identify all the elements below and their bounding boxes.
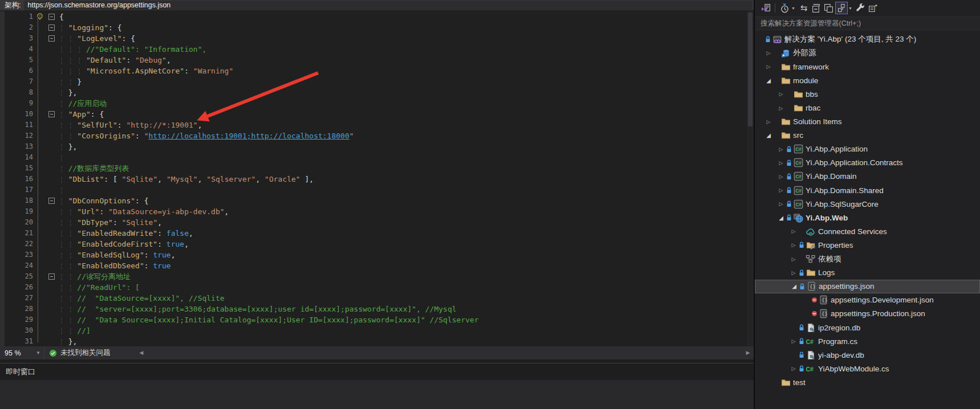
- code-line[interactable]: 24¦ ¦ "EnabledDbSeed": true: [5, 260, 746, 271]
- breakpoint-margin[interactable]: [0, 11, 5, 346]
- expander-collapsed-icon[interactable]: ▷: [765, 119, 772, 125]
- code-line[interactable]: 9¦ //应用启动: [5, 98, 746, 109]
- expander-collapsed-icon[interactable]: ▷: [765, 50, 772, 56]
- expander-collapsed-icon[interactable]: ▷: [790, 228, 798, 234]
- view-scope-selector-icon[interactable]: [835, 2, 848, 14]
- code-line[interactable]: 21¦ ¦ "EnabledReadWrite": false,: [5, 228, 746, 239]
- expander-collapsed-icon[interactable]: ▷: [765, 64, 772, 69]
- code-line[interactable]: 31¦ },: [5, 336, 746, 347]
- code-line[interactable]: 23¦ ¦ "EnabledSqlLog": true,: [5, 250, 746, 260]
- fold-marker[interactable]: −: [48, 35, 55, 42]
- expander-collapsed-icon[interactable]: ▷: [777, 146, 785, 152]
- tree-item-yi.abp.domain[interactable]: ▷C#Yi.Abp.Domain: [755, 170, 980, 183]
- tree-item-yi.abp.web[interactable]: ◢Yi.Abp.Web: [755, 211, 980, 224]
- tree-item-connected-services[interactable]: ▷Connected Services: [755, 224, 980, 238]
- expander-collapsed-icon[interactable]: ▷: [777, 160, 785, 166]
- code-line[interactable]: 19¦ ¦ "Url": "DataSource=yi-abp-dev.db",: [5, 206, 746, 217]
- expander-collapsed-icon[interactable]: ▷: [790, 366, 798, 371]
- tree-item-bbs[interactable]: ▷bbs: [755, 87, 980, 101]
- tree-item-yi.abp.domain.shared[interactable]: ▷C#Yi.Abp.Domain.Shared: [755, 183, 980, 197]
- code-line[interactable]: 25−¦ ¦ //读写分离地址: [5, 271, 746, 282]
- code-line[interactable]: 8¦ },: [5, 87, 746, 98]
- tree-item-yi.abp.application[interactable]: ▷C#Yi.Abp.Application: [755, 142, 980, 156]
- code-lines[interactable]: 1−{2−¦ "Logging": {3−¦ ¦ "LogLevel": {4¦…: [5, 11, 746, 347]
- collapse-all-icon[interactable]: [810, 2, 823, 14]
- code-line[interactable]: 30¦ ¦ //]: [5, 325, 746, 336]
- tree-item--[interactable]: ▷外部源: [755, 46, 980, 60]
- fold-marker[interactable]: −: [48, 198, 55, 204]
- tree-item-appsettings.production.json[interactable]: {}appsettings.Production.json: [755, 307, 980, 321]
- expander-collapsed-icon[interactable]: ▷: [790, 270, 798, 276]
- code-line[interactable]: 10−¦ "App": {: [5, 109, 746, 120]
- code-line[interactable]: 16¦ "DbList": [ "Sqlite", "Mysql", "Sqls…: [5, 174, 746, 185]
- code-line[interactable]: 12¦ ¦ "CorsOrigins": "http://localhost:1…: [5, 130, 746, 141]
- code-line[interactable]: 5¦ ¦ ¦ "Default": "Debug",: [5, 55, 746, 66]
- expander-collapsed-icon[interactable]: ▷: [777, 201, 785, 207]
- tree-item-appsettings.json[interactable]: ◢{}appsettings.json: [755, 280, 980, 293]
- tree-item--[interactable]: ▷依赖项: [755, 252, 980, 266]
- scroll-right-icon[interactable]: ▶: [743, 346, 753, 359]
- code-line[interactable]: 27¦ ¦ // "DataSource=[xxxx]", //Sqlite: [5, 293, 746, 304]
- code-line[interactable]: 4¦ ¦ ¦ //"Default": "Information",: [5, 44, 746, 55]
- code-line[interactable]: 1−{: [5, 11, 746, 22]
- expander-collapsed-icon[interactable]: ▷: [790, 338, 798, 344]
- expander-collapsed-icon[interactable]: ▷: [777, 187, 785, 193]
- code-line[interactable]: 18−¦ "DbConnOptions": {: [5, 195, 746, 206]
- tree-item-test[interactable]: test: [755, 375, 980, 389]
- code-line[interactable]: 6¦ ¦ ¦ "Microsoft.AspNetCore": "Warning": [5, 66, 746, 76]
- expander-collapsed-icon[interactable]: ▷: [777, 174, 785, 179]
- code-line[interactable]: 14¦: [5, 152, 746, 163]
- code-line[interactable]: 3−¦ ¦ "LogLevel": {: [5, 33, 746, 44]
- schema-url-combo[interactable]: https://json.schemastore.org/appsettings…: [24, 1, 753, 10]
- code-line[interactable]: 15¦ //数据库类型列表: [5, 163, 746, 174]
- expander-collapsed-icon[interactable]: ▷: [790, 256, 798, 262]
- preview-selected-items-icon[interactable]: [867, 2, 880, 14]
- tree-item-yiabpwebmodule.cs[interactable]: ▷C#YiAbpWebModule.cs: [755, 362, 980, 375]
- code-line[interactable]: 11¦ ¦ "SelfUrl": "http://*:19001",: [5, 120, 746, 130]
- zoom-level-selector[interactable]: 95 % ▼: [0, 346, 44, 359]
- tree-item-yi.abp.sqlsugarcore[interactable]: ▷C#Yi.Abp.SqlSugarCore: [755, 197, 980, 211]
- expander-expanded-icon[interactable]: ◢: [765, 77, 772, 84]
- tree-item-program.cs[interactable]: ▷C#Program.cs: [755, 334, 980, 348]
- fold-marker[interactable]: −: [48, 14, 55, 20]
- tree-item-solution-items[interactable]: ▷Solution Items: [755, 115, 980, 129]
- pending-changes-filter-icon[interactable]: [778, 2, 791, 14]
- immediate-window-content[interactable]: [0, 380, 754, 409]
- fold-marker[interactable]: −: [48, 273, 55, 280]
- code-line[interactable]: 20¦ ¦ "DbType": "Sqlite",: [5, 217, 746, 228]
- scroll-left-icon[interactable]: ◀: [137, 346, 146, 359]
- expander-expanded-icon[interactable]: ◢: [790, 283, 798, 289]
- code-line[interactable]: 28¦ ¦ // "server=[xxxx];port=3306;databa…: [5, 304, 746, 314]
- lightbulb-icon[interactable]: [35, 13, 44, 22]
- tree-item-src[interactable]: ◢src: [755, 129, 980, 142]
- fold-marker[interactable]: −: [48, 24, 55, 31]
- tree-item-yi.abp.application.contracts[interactable]: ▷C#Yi.Abp.Application.Contracts: [755, 156, 980, 170]
- code-line[interactable]: 7¦ ¦ }: [5, 76, 746, 87]
- code-line[interactable]: 26¦ ¦ //"ReadUrl": [: [5, 282, 746, 293]
- code-line[interactable]: 13¦ },: [5, 141, 746, 152]
- tree-item-logs[interactable]: ▷Logs: [755, 266, 980, 280]
- properties-wrench-icon[interactable]: [855, 2, 867, 14]
- vertical-scrollbar[interactable]: [747, 11, 754, 346]
- tree-item-rbac[interactable]: ▷rbac: [755, 101, 980, 114]
- expander-collapsed-icon[interactable]: ▷: [777, 105, 785, 111]
- fold-marker[interactable]: −: [48, 111, 55, 117]
- tree-item-yi-abp-dev.db[interactable]: yi-abp-dev.db: [755, 348, 980, 362]
- horizontal-scrollbar[interactable]: ◀ ▶: [137, 346, 754, 359]
- tree-item-ip2region.db[interactable]: ip2region.db: [755, 321, 980, 334]
- switch-views-icon[interactable]: [759, 2, 772, 14]
- code-line[interactable]: 2−¦ "Logging": {: [5, 22, 746, 33]
- code-line[interactable]: 29¦ ¦ // "Data Source=[xxxx];Initial Cat…: [5, 314, 746, 325]
- solution-explorer-search-input[interactable]: 搜索解决方案资源管理器(Ctrl+;): [755, 17, 980, 30]
- tree-item-framework[interactable]: ▷framework: [755, 60, 980, 73]
- expander-expanded-icon[interactable]: ◢: [765, 132, 772, 138]
- tree-item-appsettings.development.json[interactable]: {}appsettings.Development.json: [755, 293, 980, 307]
- expander-expanded-icon[interactable]: ◢: [777, 215, 785, 221]
- tree-item-properties[interactable]: ▷Properties: [755, 238, 980, 252]
- tree-item--yi.abp-23-23-[interactable]: 解决方案 'Yi.Abp' (23 个项目, 共 23 个): [755, 32, 980, 46]
- sync-with-active-document-icon[interactable]: ⇆: [798, 2, 810, 14]
- code-line[interactable]: 22¦ ¦ "EnabledCodeFirst": true,: [5, 239, 746, 250]
- chevron-down-icon[interactable]: ▼: [791, 6, 795, 10]
- show-all-files-icon[interactable]: [823, 2, 835, 14]
- expander-collapsed-icon[interactable]: ▷: [777, 91, 785, 97]
